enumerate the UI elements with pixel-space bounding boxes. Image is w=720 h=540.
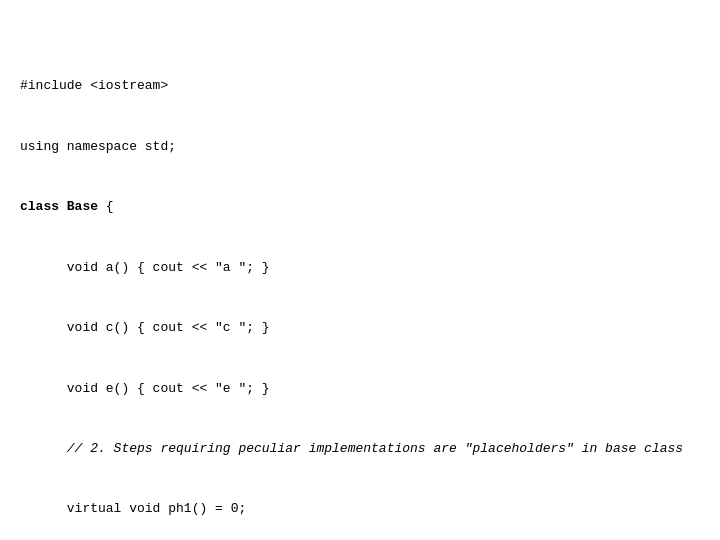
code-line: void e() { cout << "e "; }: [20, 379, 700, 399]
code-display: #include <iostream> using namespace std;…: [20, 16, 700, 540]
code-line: virtual void ph1() = 0;: [20, 499, 700, 519]
code-line: void a() { cout << "a "; }: [20, 258, 700, 278]
code-line: #include <iostream>: [20, 76, 700, 96]
code-line: void c() { cout << "c "; }: [20, 318, 700, 338]
code-line: // 2. Steps requiring peculiar implement…: [20, 439, 700, 459]
code-line: class Base {: [20, 197, 700, 217]
code-line: using namespace std;: [20, 137, 700, 157]
